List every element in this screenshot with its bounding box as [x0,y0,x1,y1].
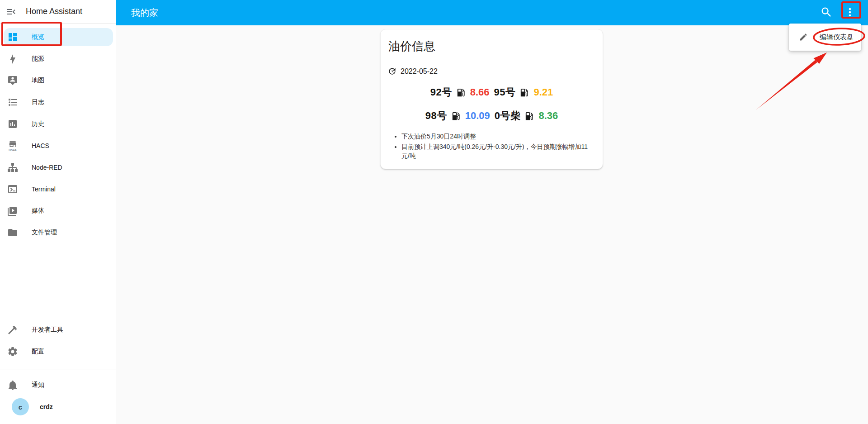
sidebar-item-logbook[interactable]: 日志 [0,91,116,113]
sidebar-item-label: Node-RED [32,164,62,171]
sidebar-item-devtools[interactable]: 开发者工具 [0,319,116,341]
sidebar-item-label: 开发者工具 [32,326,63,334]
fuel-price-value: 8.36 [538,110,558,122]
fuel-price-row-2: 98号 10.09 0号柴 8.36 [388,109,595,123]
play-box-icon [7,205,18,216]
sidebar-item-notifications[interactable]: 通知 [0,374,116,396]
sidebar-item-label: 地图 [32,76,44,85]
sidebar-item-energy[interactable]: 能源 [0,48,116,70]
date-row: 2022-05-22 [388,67,595,76]
sidebar-header: Home Assistant [0,0,116,24]
sidebar-item-terminal[interactable]: Terminal [0,178,116,200]
console-icon [7,184,18,195]
context-menu-edit-dashboard[interactable]: 编辑仪表盘 [789,24,861,51]
sidebar-item-label: 文件管理 [32,229,57,237]
sidebar-item-media[interactable]: 媒体 [0,200,116,222]
hammer-icon [7,324,18,335]
edit-dashboard-label: 编辑仪表盘 [820,33,854,42]
gas-station-icon [519,87,529,98]
view-dashboard-icon [7,32,18,43]
avatar: c [12,398,29,415]
menu-toggle-icon[interactable] [6,6,17,17]
lightning-bolt-icon [7,53,18,64]
sidebar-item-config[interactable]: 配置 [0,341,116,362]
update-clock-icon [388,67,396,76]
sidebar-item-hacs[interactable]: HACS HACS [0,135,116,157]
username: crdz [40,403,53,410]
bell-icon [7,380,18,391]
fuel-grade-label: 95号 [494,86,516,99]
overflow-menu-icon[interactable] [844,6,856,19]
chart-box-icon [7,119,18,129]
main-content: 油价信息 2022-05-22 92号 8.66 95号 9.21 98号 10… [116,25,868,424]
oil-price-card: 油价信息 2022-05-22 92号 8.66 95号 9.21 98号 10… [380,29,603,169]
fuel-grade-label: 92号 [430,86,452,99]
app-header: 我的家 [116,0,868,25]
sidebar-item-label: 概览 [32,33,44,41]
fuel-price-row-1: 92号 8.66 95号 9.21 [388,86,595,99]
sidebar-spacer [0,243,116,319]
user-profile[interactable]: c crdz [0,396,116,418]
sidebar-divider [0,370,116,370]
sidebar-item-overview[interactable]: 概览 [4,28,113,46]
fuel-price-value: 8.66 [470,86,490,98]
sidebar-item-label: HACS [32,142,49,149]
fuel-price-value: 10.09 [465,110,490,122]
sidebar-nav: 概览 能源 地图 日志 历史 HACS HACS Node-RED Termin [0,24,116,243]
gas-station-icon [524,111,534,121]
gas-station-icon [456,87,466,98]
fuel-grade-label: 98号 [425,109,447,123]
note-item: 下次油价5月30日24时调整 [401,132,595,141]
date-text: 2022-05-22 [401,67,438,76]
sidebar-item-label: Terminal [32,186,56,193]
sidebar-item-label: 媒体 [32,207,44,215]
hacs-store-icon: HACS [7,140,18,151]
list-bulleted-icon [7,97,18,108]
pencil-icon [799,33,808,42]
tooltip-account-icon [7,75,18,86]
gear-icon [7,346,18,357]
sidebar: Home Assistant 概览 能源 地图 日志 历史 HACS HACS [0,0,116,424]
sidebar-item-history[interactable]: 历史 [0,113,116,135]
sidebar-item-label: 配置 [32,348,44,356]
fuel-grade-label: 0号柴 [495,109,521,123]
folder-icon [7,227,18,238]
fuel-price-value: 9.21 [533,86,553,98]
sidebar-item-files[interactable]: 文件管理 [0,222,116,243]
card-title: 油价信息 [388,38,595,54]
dashboard-title: 我的家 [131,7,158,19]
notifications-label: 通知 [32,381,44,389]
sidebar-item-label: 历史 [32,120,44,128]
notes-list: 下次油价5月30日24时调整 目前预计上调340元/吨(0.26元/升-0.30… [388,132,595,160]
sidebar-item-label: 日志 [32,98,44,106]
svg-text:HACS: HACS [9,148,17,151]
sidebar-item-map[interactable]: 地图 [0,70,116,91]
note-item: 目前预计上调340元/吨(0.26元/升-0.30元/升)，今日预期涨幅增加11… [401,142,595,160]
gas-station-icon [451,111,461,121]
sidebar-item-label: 能源 [32,55,44,63]
sitemap-icon [7,162,18,173]
sidebar-bottom: 通知 c crdz [0,374,116,424]
search-icon[interactable] [820,6,833,19]
sidebar-item-nodered[interactable]: Node-RED [0,157,116,178]
app-title: Home Assistant [26,7,82,16]
